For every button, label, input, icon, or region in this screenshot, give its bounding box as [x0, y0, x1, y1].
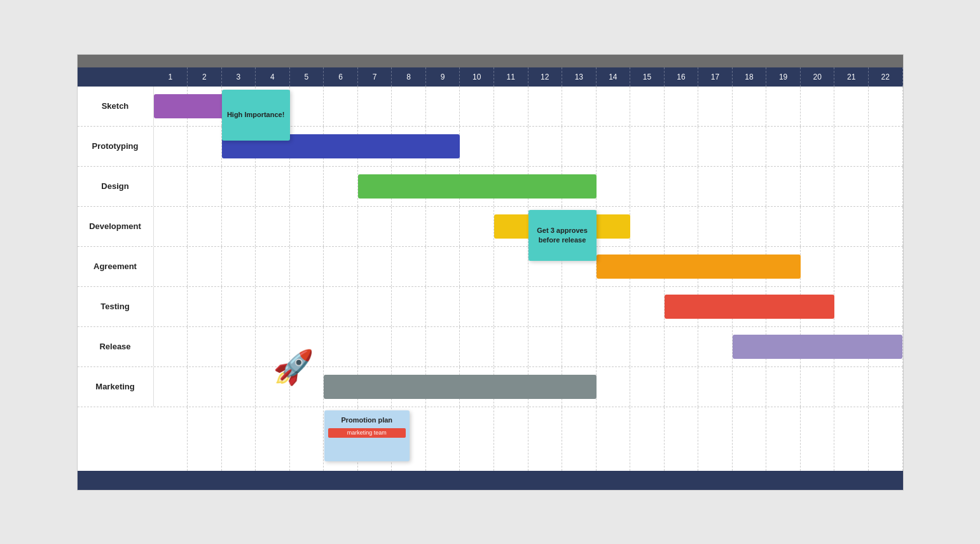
grid-cell-development-1: [154, 207, 188, 246]
gantt-row-testing: Testing: [78, 287, 903, 327]
grid-cell-design-20: [801, 167, 835, 206]
chart-header: [78, 55, 903, 67]
grid-cell-prototyping-12: [528, 127, 563, 166]
grid-cell-sketch-8: [392, 87, 426, 126]
grid-cell-marketing-1: [154, 367, 188, 407]
grid-cell-release-10: [460, 327, 494, 366]
day-1: 1: [154, 67, 188, 87]
grid-cell-prototyping-16: [665, 127, 699, 166]
gantt-row-release: Release: [78, 327, 903, 367]
grid-cell-prototyping-13: [562, 127, 597, 166]
grid-cell-testing-12: [528, 287, 563, 326]
grid-cell-testing-7: [358, 287, 392, 326]
grid-cell-sketch-22: [869, 87, 903, 126]
grid-cell-agreement-7: [358, 247, 392, 286]
grid-cell-design-19: [766, 167, 801, 206]
grid-cell-prototyping-17: [698, 127, 733, 166]
promotion-text: Promotion plan: [328, 415, 406, 424]
day-4: 4: [256, 67, 290, 87]
grid-cell-agreement-11: [494, 247, 528, 286]
row-label-prototyping: Prototyping: [78, 127, 154, 166]
day-10: 10: [460, 67, 494, 87]
grid-cell-agreement-21: [834, 247, 869, 286]
grid-cell-prototyping-14: [597, 127, 631, 166]
grid-cell-release-1: [154, 327, 188, 366]
day-17: 17: [698, 67, 733, 87]
grid-cell-development-20: [801, 207, 835, 246]
day-5: 5: [290, 67, 324, 87]
day-12: 12: [528, 67, 563, 87]
grid-cell-design-21: [834, 167, 869, 206]
day-20: 20: [801, 67, 835, 87]
grid-cell-development-2: [188, 207, 222, 246]
grid-cell-sketch-5: [290, 87, 324, 126]
grid-cell-release-3: [222, 327, 256, 366]
grid-cell-marketing-19: [766, 367, 801, 407]
grid-cell-release-8: [392, 327, 426, 366]
gantt-area: SketchHigh Importance!PrototypingDesignD…: [78, 87, 903, 471]
grid-cell-release-9: [426, 327, 460, 366]
grid-cell-release-13: [562, 327, 597, 366]
grid-cell-development-21: [834, 207, 869, 246]
grid-cell-sketch-17: [698, 87, 733, 126]
bar-design: [358, 174, 597, 199]
grid-cell-development-10: [460, 207, 494, 246]
footer-bar: [78, 471, 903, 490]
days-grid: 12345678910111213141516171819202122: [154, 67, 903, 87]
row-label-agreement: Agreement: [78, 247, 154, 286]
grid-cell-prototyping-20: [801, 127, 835, 166]
grid-cell-sketch-15: [630, 87, 665, 126]
grid-cell-design-22: [869, 167, 903, 206]
grid-cell-sketch-14: [597, 87, 631, 126]
grid-cell-design-14: [597, 167, 631, 206]
grid-cell-development-4: [256, 207, 290, 246]
grid-cell-agreement-1: [154, 247, 188, 286]
grid-cell-testing-22: [869, 287, 903, 326]
grid-cell-testing-11: [494, 287, 528, 326]
gantt-row-prototyping: Prototyping: [78, 127, 903, 167]
gantt-row-agreement: Agreement: [78, 247, 903, 287]
row-grid-sketch: High Importance!: [154, 87, 903, 126]
grid-cell-development-19: [766, 207, 801, 246]
day-14: 14: [597, 67, 631, 87]
grid-cell-agreement-4: [256, 247, 290, 286]
grid-cell-release-17: [698, 327, 733, 366]
grid-cell-testing-10: [460, 287, 494, 326]
grid-cell-sketch-21: [834, 87, 869, 126]
grid-cell-design-3: [222, 167, 256, 206]
grid-cell-design-4: [256, 167, 290, 206]
grid-cell-design-17: [698, 167, 733, 206]
row-grid-release: [154, 327, 903, 366]
grid-cell-testing-5: [290, 287, 324, 326]
grid-cell-release-12: [528, 327, 563, 366]
grid-cell-testing-3: [222, 287, 256, 326]
grid-cell-release-7: [358, 327, 392, 366]
grid-cell-marketing-15: [630, 367, 665, 407]
grid-cell-agreement-9: [426, 247, 460, 286]
grid-cell-testing-15: [630, 287, 665, 326]
grid-cell-release-14: [597, 327, 631, 366]
grid-cell-design-6: [324, 167, 358, 206]
sticky-note-development: Get 3 approves before release: [528, 210, 597, 261]
promotion-note: Promotion plan marketing team: [324, 410, 410, 461]
grid-cell-sketch-10: [460, 87, 494, 126]
grid-cell-prototyping-15: [630, 127, 665, 166]
grid-cell-development-9: [426, 207, 460, 246]
grid-cell-sketch-19: [766, 87, 801, 126]
day-22: 22: [869, 67, 903, 87]
bar-marketing: [324, 375, 596, 399]
grid-cell-sketch-18: [733, 87, 767, 126]
gantt-row-development: DevelopmentGet 3 approves before release: [78, 207, 903, 247]
row-label-sketch: Sketch: [78, 87, 154, 126]
grid-cell-development-15: [630, 207, 665, 246]
grid-cell-agreement-2: [188, 247, 222, 286]
grid-cell-release-16: [665, 327, 699, 366]
grid-cell-marketing-2: [188, 367, 222, 407]
row-grid-development: Get 3 approves before release: [154, 207, 903, 246]
row-label-testing: Testing: [78, 287, 154, 326]
grid-cell-release-2: [188, 327, 222, 366]
grid-cell-development-7: [358, 207, 392, 246]
day-16: 16: [665, 67, 699, 87]
rocket-icon: 🚀: [273, 348, 314, 387]
grid-cell-design-16: [665, 167, 699, 206]
